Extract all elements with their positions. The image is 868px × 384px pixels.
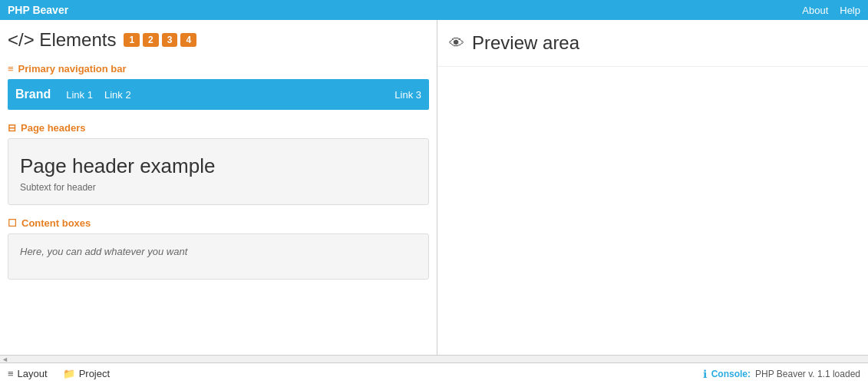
page-header-subtitle: Subtext for header	[20, 182, 417, 193]
badge-3[interactable]: 3	[162, 33, 178, 47]
elements-heading: </> Elements 1 2 3 4	[0, 20, 437, 58]
section-header-primary-nav[interactable]: ≡ Primary navigation bar	[0, 58, 437, 79]
badge-4[interactable]: 4	[180, 33, 196, 47]
content-box: Here, you can add whatever you want	[8, 233, 429, 280]
scroll-thumb[interactable]: ◄	[2, 356, 8, 363]
section-header-page-headers[interactable]: ⊟ Page headers	[0, 118, 437, 138]
main-content: </> Elements 1 2 3 4 ≡ Primary navigatio…	[0, 20, 868, 355]
badge-1[interactable]: 1	[124, 33, 140, 47]
project-button[interactable]: 📁 Project	[63, 368, 110, 379]
nav-preview: Brand Link 1 Link 2 Link 3	[8, 79, 429, 110]
console-text: PHP Beaver v. 1.1 loaded	[755, 369, 860, 379]
horizontal-scrollbar[interactable]: ◄	[0, 355, 868, 362]
about-button[interactable]: About	[802, 5, 828, 16]
layout-button[interactable]: ≡ Layout	[8, 368, 48, 379]
section-label-content-boxes: Content boxes	[21, 217, 91, 229]
preview-area	[437, 67, 868, 355]
nav-brand: Brand	[15, 88, 51, 101]
project-label: Project	[79, 368, 110, 379]
titlebar: PHP Beaver About Help	[0, 0, 868, 20]
header-icon: ⊟	[8, 122, 16, 134]
console-label: Console:	[711, 369, 751, 379]
elements-badges: 1 2 3 4	[124, 33, 196, 47]
bottombar-right: ℹ Console: PHP Beaver v. 1.1 loaded	[703, 368, 860, 380]
bottombar-left: ≡ Layout 📁 Project	[8, 368, 110, 379]
project-icon: 📁	[63, 368, 75, 379]
page-header-box: Page header example Subtext for header	[8, 138, 429, 205]
info-icon: ℹ	[703, 368, 707, 380]
page-header-title: Page header example	[20, 154, 417, 178]
eye-icon: 👁	[449, 35, 464, 52]
badge-2[interactable]: 2	[143, 33, 159, 47]
layout-label: Layout	[18, 368, 48, 379]
section-label-page-headers: Page headers	[21, 122, 86, 134]
nav-link-3[interactable]: Link 3	[394, 89, 421, 101]
hamburger-icon: ≡	[8, 63, 14, 74]
left-panel: </> Elements 1 2 3 4 ≡ Primary navigatio…	[0, 20, 437, 355]
nav-link-2[interactable]: Link 2	[104, 89, 131, 101]
elements-title: </> Elements	[8, 29, 116, 51]
titlebar-actions: About Help	[802, 5, 860, 16]
section-header-content-boxes[interactable]: ☐ Content boxes	[0, 213, 437, 233]
right-panel: 👁 Preview area	[437, 20, 868, 355]
content-box-icon: ☐	[8, 217, 17, 229]
preview-heading: 👁 Preview area	[437, 20, 868, 67]
layout-icon: ≡	[8, 368, 14, 379]
help-button[interactable]: Help	[840, 5, 860, 16]
bottombar: ≡ Layout 📁 Project ℹ Console: PHP Beaver…	[0, 362, 868, 384]
content-box-text: Here, you can add whatever you want	[20, 246, 187, 257]
preview-title: Preview area	[472, 32, 579, 54]
app-title: PHP Beaver	[8, 4, 68, 16]
section-label-primary-nav: Primary navigation bar	[18, 63, 127, 74]
nav-link-1[interactable]: Link 1	[66, 89, 93, 101]
